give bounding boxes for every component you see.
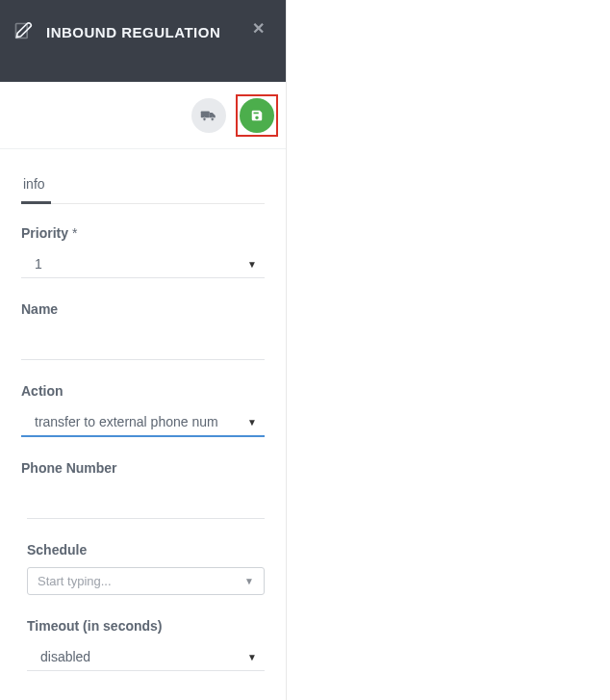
edit-icon	[13, 21, 33, 43]
truck-button[interactable]	[191, 98, 226, 133]
toolbar	[0, 82, 286, 149]
field-action: Action transfer to external phone num ▼	[21, 383, 265, 437]
inbound-regulation-panel: INBOUND REGULATION ✕ info Priority	[0, 0, 287, 700]
panel-title: INBOUND REGULATION	[46, 24, 220, 40]
phone-number-label: Phone Number	[21, 460, 265, 476]
action-select[interactable]: transfer to external phone num ▼	[21, 408, 265, 437]
chevron-down-icon: ▼	[247, 259, 257, 270]
field-phone-number: Phone Number	[21, 460, 265, 519]
timeout-value: disabled	[40, 649, 90, 664]
schedule-placeholder: Start typing...	[38, 574, 112, 588]
close-button[interactable]: ✕	[252, 21, 265, 37]
chevron-down-icon: ▼	[247, 652, 257, 662]
svg-point-2	[203, 117, 206, 120]
priority-value: 1	[35, 256, 42, 272]
phone-number-input[interactable]	[27, 485, 265, 519]
schedule-combo[interactable]: Start typing... ▼	[27, 567, 265, 595]
timeout-label: Timeout (in seconds)	[27, 618, 265, 634]
chevron-down-icon: ▼	[244, 576, 254, 586]
field-name: Name	[21, 301, 265, 360]
save-button[interactable]	[240, 98, 274, 133]
action-label: Action	[21, 383, 265, 399]
form-content: info Priority 1 ▼ Name Action transfer t…	[0, 149, 286, 671]
field-schedule: Schedule Start typing... ▼	[21, 542, 265, 595]
name-input[interactable]	[21, 326, 265, 360]
action-value: transfer to external phone num	[35, 414, 218, 429]
tabs: info	[21, 169, 265, 204]
timeout-select[interactable]: disabled ▼	[27, 643, 265, 671]
panel-header: INBOUND REGULATION ✕	[0, 0, 286, 82]
priority-select[interactable]: 1 ▼	[21, 250, 265, 278]
save-button-highlight	[236, 94, 278, 137]
svg-rect-1	[201, 111, 210, 117]
tab-info[interactable]: info	[21, 169, 51, 204]
field-priority: Priority 1 ▼	[21, 225, 265, 278]
field-timeout: Timeout (in seconds) disabled ▼	[21, 618, 265, 671]
svg-point-3	[211, 117, 214, 120]
schedule-label: Schedule	[27, 542, 265, 557]
chevron-down-icon: ▼	[247, 417, 257, 428]
name-label: Name	[21, 301, 265, 317]
priority-label: Priority	[21, 225, 265, 241]
